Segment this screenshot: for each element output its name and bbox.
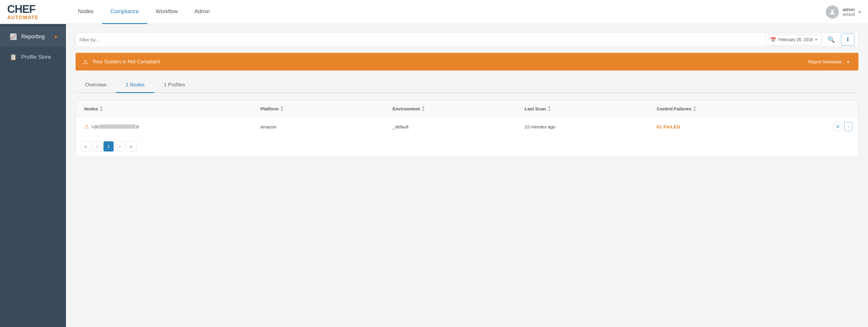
chevron-right-icon: ›: [847, 124, 849, 129]
detail-button[interactable]: ›: [844, 122, 852, 131]
th-platform: Platform ▲▼: [257, 100, 389, 117]
nav-workflow[interactable]: Workflow: [147, 0, 186, 24]
scan-button[interactable]: ⚙: [833, 122, 842, 131]
sort-control-failures-icon[interactable]: ▲▼: [693, 105, 696, 112]
logo-chef-text: CHEF: [7, 4, 39, 15]
page-first[interactable]: «: [81, 141, 91, 151]
sort-environment-icon[interactable]: ▲▼: [422, 105, 425, 112]
nav-links: Nodes Compliance Workflow Admin: [69, 0, 826, 24]
page-last[interactable]: »: [126, 141, 136, 151]
logo: CHEF AUTOMATE: [7, 4, 55, 20]
sidebar: 📈 Reporting ▶ 📋 Profile Store: [0, 24, 66, 327]
th-nodes: Nodes ▲▼: [81, 100, 257, 117]
banner-plus-icon[interactable]: ＋: [845, 58, 851, 66]
table-header: Nodes ▲▼ Platform ▲▼ Environment ▲▼ Last…: [76, 100, 858, 117]
td-platform: amazon: [257, 119, 389, 134]
user-info: admin default: [842, 7, 855, 17]
tab-profiles[interactable]: 1 Profiles: [154, 78, 194, 93]
date-filter-button[interactable]: 📅 February 26, 2018 ▾: [766, 34, 822, 45]
gear-icon: ⚙: [836, 124, 840, 129]
calendar-icon: 📅: [770, 37, 776, 42]
filter-input[interactable]: [80, 37, 762, 42]
banner-warning-icon: ⚠: [83, 58, 88, 65]
node-id: i-00 9: [91, 124, 138, 129]
date-label: February 26, 2018: [779, 37, 813, 42]
sort-platform-icon[interactable]: ▲▼: [280, 105, 284, 112]
th-actions: [829, 100, 853, 117]
filter-bar: 📅 February 26, 2018 ▾ 🔍 ⬇: [75, 32, 859, 47]
tab-nodes[interactable]: 1 Nodes: [116, 78, 154, 93]
reporting-icon: 📈: [9, 33, 17, 40]
table-row: ⚠ i-00 9 amazon _default 15 minutes ago …: [76, 117, 858, 137]
user-name: admin: [842, 7, 855, 12]
page-1[interactable]: 1: [103, 141, 114, 151]
report-metadata-button[interactable]: Report Metadata: [808, 59, 842, 64]
sidebar-profile-store-label: Profile Store: [21, 54, 51, 60]
date-dropdown-arrow: ▾: [815, 37, 817, 42]
tab-overview[interactable]: Overview: [75, 78, 116, 93]
failed-badge: 61 FAILED: [657, 124, 680, 129]
download-button[interactable]: ⬇: [841, 34, 855, 46]
td-environment: _default: [389, 119, 521, 134]
search-icon: 🔍: [828, 36, 835, 43]
th-control-failures-label: Control Failures: [657, 106, 691, 111]
node-prefix: i-00: [91, 124, 99, 129]
sidebar-reporting-arrow: ▶: [55, 34, 58, 39]
user-role: default: [842, 12, 855, 17]
nav-compliance[interactable]: Compliance: [102, 0, 147, 24]
td-control-failures: 61 FAILED: [653, 119, 829, 134]
nav-nodes[interactable]: Nodes: [69, 0, 102, 24]
user-area: admin default ▾: [826, 5, 861, 19]
th-last-scan: Last Scan ▲▼: [521, 100, 653, 117]
th-environment: Environment ▲▼: [389, 100, 521, 117]
download-icon: ⬇: [845, 37, 850, 42]
pagination: « ‹ 1 › »: [76, 137, 858, 156]
node-redacted: [99, 124, 135, 129]
data-table: Nodes ▲▼ Platform ▲▼ Environment ▲▼ Last…: [75, 100, 859, 157]
nav-admin[interactable]: Admin: [186, 0, 218, 24]
top-nav: CHEF AUTOMATE Nodes Compliance Workflow …: [0, 0, 868, 24]
sort-last-scan-icon[interactable]: ▲▼: [548, 105, 551, 112]
tabs: Overview 1 Nodes 1 Profiles: [75, 78, 859, 93]
row-warning-icon: ⚠: [84, 123, 89, 130]
profile-store-icon: 📋: [9, 53, 17, 61]
page-prev[interactable]: ‹: [92, 141, 102, 151]
svg-point-0: [831, 9, 834, 12]
page-next[interactable]: ›: [115, 141, 125, 151]
sidebar-item-profile-store[interactable]: 📋 Profile Store: [0, 47, 66, 67]
th-platform-label: Platform: [260, 106, 279, 111]
td-actions: ⚙ ›: [829, 117, 853, 136]
main-content: 📅 February 26, 2018 ▾ 🔍 ⬇ ⚠ Your System …: [66, 24, 868, 327]
td-last-scan: 15 minutes ago: [521, 119, 653, 134]
avatar: [826, 5, 839, 19]
compliance-banner: ⚠ Your System is Not Compliant Report Me…: [75, 53, 859, 70]
node-suffix: 9: [136, 124, 138, 129]
th-control-failures: Control Failures ▲▼: [653, 100, 829, 117]
sidebar-item-reporting[interactable]: 📈 Reporting ▶: [0, 26, 66, 47]
user-dropdown-arrow[interactable]: ▾: [859, 9, 861, 14]
logo-automate-text: AUTOMATE: [7, 15, 39, 20]
banner-text: Your System is Not Compliant: [92, 59, 808, 65]
th-last-scan-label: Last Scan: [525, 106, 546, 111]
search-button[interactable]: 🔍: [825, 36, 837, 43]
app-layout: 📈 Reporting ▶ 📋 Profile Store 📅 February…: [0, 24, 868, 327]
td-node-name: ⚠ i-00 9: [81, 119, 257, 135]
action-buttons: ⚙ ›: [833, 122, 854, 131]
sort-nodes-icon[interactable]: ▲▼: [100, 105, 103, 112]
sidebar-reporting-label: Reporting: [21, 34, 45, 40]
th-nodes-label: Nodes: [84, 106, 98, 111]
th-environment-label: Environment: [393, 106, 420, 111]
